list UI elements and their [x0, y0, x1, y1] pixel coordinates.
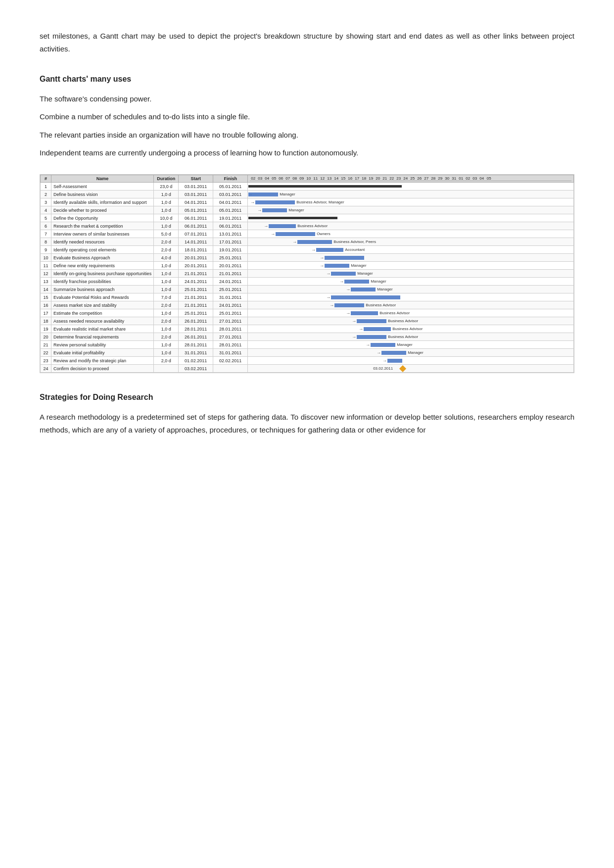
gantt-cell-duration: 2,0 d [154, 333, 179, 341]
gantt-cell-finish: 27.01.2011 [213, 333, 248, 341]
gantt-bar [269, 224, 296, 228]
gantt-cell-duration: 2,0 d [154, 238, 179, 246]
gantt-cell-chart: →Business Advisor, Manager [248, 198, 574, 206]
gantt-cell-finish: 05.01.2011 [213, 183, 248, 191]
gantt-bar [297, 240, 332, 244]
gantt-para-2: Combine a number of schedules and to-do … [40, 110, 574, 123]
gantt-summary-bar [248, 217, 337, 219]
day-28: 28 [430, 176, 437, 181]
gantt-cell-num: 14 [41, 286, 51, 293]
gantt-cell-chart: →Business Advisor [248, 317, 574, 325]
gantt-cell-num: 23 [41, 357, 51, 365]
gantt-cell-name: Research the market & competition [51, 222, 154, 230]
gantt-cell-num: 7 [41, 230, 51, 238]
gantt-arrow: → [330, 303, 334, 308]
gantt-bar-label: Business Advisor [392, 327, 423, 331]
gantt-cell-num: 20 [41, 333, 51, 341]
gantt-cell-start: 31.01.2011 [179, 349, 213, 357]
gantt-arrow: → [250, 200, 255, 205]
gantt-cell-finish: 19.01.2011 [213, 214, 248, 222]
milestone-diamond [399, 365, 406, 372]
gantt-cell-num: 18 [41, 317, 51, 325]
gantt-row-4: 4Decide whether to proceed1,0 d05.01.201… [41, 206, 574, 214]
day-19: 19 [368, 176, 375, 181]
gantt-cell-finish: 27.01.2011 [213, 317, 248, 325]
gantt-bar-label: Manager [280, 192, 295, 196]
gantt-arrow: → [346, 311, 350, 316]
gantt-bar [371, 343, 395, 347]
gantt-cell-finish: 03.01.2011 [213, 191, 248, 198]
day-09: 09 [298, 176, 305, 181]
gantt-cell-finish: 31.01.2011 [213, 293, 248, 301]
gantt-cell-chart: →Business Advisor [248, 222, 574, 230]
gantt-bar [351, 311, 378, 315]
gantt-bar-label: Manager [288, 208, 304, 212]
gantt-row-2: 2Define business vision1,0 d03.01.201103… [41, 191, 574, 198]
gantt-cell-finish: 13.01.2011 [213, 230, 248, 238]
day-17: 17 [354, 176, 361, 181]
gantt-bar [364, 327, 391, 331]
gantt-cell-chart: →Manager [248, 191, 574, 198]
gantt-cell-finish: 04.01.2011 [213, 198, 248, 206]
gantt-arrow: → [352, 335, 356, 339]
gantt-cell-start: 25.01.2011 [179, 309, 213, 317]
gantt-cell-duration: 1,0 d [154, 278, 179, 286]
gantt-row-12: 12Identify on-going business purchase op… [41, 270, 574, 278]
gantt-cell-chart: → [248, 357, 574, 365]
gantt-summary-bar [248, 185, 402, 188]
gantt-cell-duration: 1,0 d [154, 191, 179, 198]
gantt-cell-chart: →Manager [248, 262, 574, 270]
gantt-row-11: 11Define new entity requirements1,0 d20.… [41, 262, 574, 270]
gantt-cell-chart: →Business Advisor, Peers [248, 238, 574, 246]
gantt-arrow: → [320, 263, 324, 268]
gantt-bar-label: Business Advisor [366, 303, 396, 307]
gantt-bar [381, 351, 406, 355]
gantt-cell-chart: →Manager [248, 206, 574, 214]
gantt-cell-name: Confirm decision to proceed [51, 365, 154, 373]
gantt-cell-name: Identify available skills, information a… [51, 198, 154, 206]
gantt-bar [351, 288, 376, 291]
gantt-cell-chart: →Manager [248, 341, 574, 349]
gantt-para-1: The software's condensing power. [40, 93, 574, 105]
gantt-bar [316, 248, 343, 252]
gantt-cell-duration: 1,0 d [154, 286, 179, 293]
gantt-cell-num: 22 [41, 349, 51, 357]
gantt-arrow: → [359, 327, 363, 332]
gantt-bar [334, 303, 364, 307]
gantt-cell-duration: 2,0 d [154, 301, 179, 309]
gantt-cell-chart: →Owners [248, 230, 574, 238]
gantt-arrow: → [257, 208, 262, 213]
gantt-row-1: 1Self-Assessment23,0 d03.01.201105.01.20… [41, 183, 574, 191]
gantt-cell-chart: 03.02.2011 [248, 365, 574, 373]
gantt-arrow: → [326, 295, 331, 300]
gantt-cell-chart: →Business Advisor [248, 309, 574, 317]
day-23: 23 [395, 176, 402, 181]
gantt-cell-name: Identify operating cost elements [51, 246, 154, 254]
gantt-arrow: → [292, 240, 297, 244]
gantt-cell-num: 9 [41, 246, 51, 254]
day-27: 27 [423, 176, 430, 181]
gantt-bar [331, 272, 356, 276]
gantt-cell-name: Define business vision [51, 191, 154, 198]
day-31: 31 [451, 176, 458, 181]
gantt-bar-label: Manager [408, 350, 424, 355]
gantt-cell-name: Summarize business approach [51, 286, 154, 293]
gantt-cell-finish: 06.01.2011 [213, 222, 248, 230]
day-04: 04 [264, 176, 271, 181]
day-25: 25 [409, 176, 416, 181]
gantt-cell-duration: 1,0 d [154, 222, 179, 230]
day-06: 06 [278, 176, 284, 181]
gantt-bar-label: Manager [371, 279, 386, 284]
gantt-cell-duration: 1,0 d [154, 325, 179, 333]
gantt-bar [344, 280, 369, 284]
day-05-feb: 05 [485, 176, 492, 181]
gantt-row-14: 14Summarize business approach1,0 d25.01.… [41, 286, 574, 293]
gantt-cell-finish: 05.01.2011 [213, 206, 248, 214]
gantt-bar-label: Business Advisor [388, 319, 418, 323]
gantt-cell-duration: 5,0 d [154, 230, 179, 238]
gantt-cell-num: 24 [41, 365, 51, 373]
gantt-bar-label: Business Advisor [297, 224, 328, 228]
gantt-cell-duration: 1,0 d [154, 206, 179, 214]
gantt-header-row: # Name Duration Start Finish 02 03 04 05… [41, 175, 574, 183]
gantt-cell-finish [213, 365, 248, 373]
